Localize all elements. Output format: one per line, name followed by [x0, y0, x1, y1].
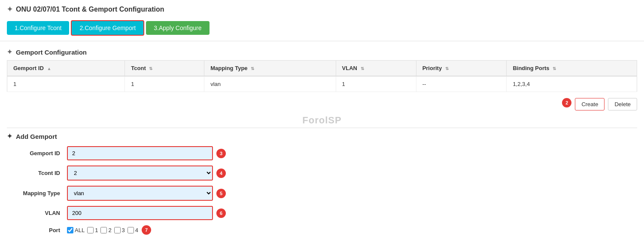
puzzle-icon: ✦: [7, 5, 12, 13]
add-gemport-form: Gemport ID 3 Tcont ID 1 2 3 4 Mapping Ty…: [0, 144, 644, 236]
checkbox-all[interactable]: [67, 227, 73, 233]
col-priority[interactable]: Priority ⇅: [416, 61, 507, 77]
form-row-port: Port ALL 1 2 3 4 7: [7, 225, 637, 235]
label-port: Port: [7, 227, 67, 233]
gemport-table: Gemport ID ▲ Tcont ⇅ Mapping Type ⇅ VLAN…: [7, 60, 637, 92]
table-header-row: Gemport ID ▲ Tcont ⇅ Mapping Type ⇅ VLAN…: [7, 61, 637, 77]
add-section-icon: ✦: [7, 132, 12, 140]
cell-mapping-type: vlan: [204, 76, 336, 92]
form-row-gemport-id: Gemport ID 3: [7, 146, 637, 160]
tcont-id-select[interactable]: 1 2 3: [67, 166, 213, 181]
checkbox-p3-label[interactable]: 3: [114, 227, 125, 233]
checkbox-p2-label[interactable]: 2: [100, 227, 111, 233]
sort-icon-vlan: ⇅: [361, 66, 364, 71]
gemport-config-title: Gemport Configuration: [16, 49, 87, 56]
checkbox-p4-label[interactable]: 4: [128, 227, 138, 233]
cell-binding-ports: 1,2,3,4: [507, 76, 637, 92]
mapping-type-select[interactable]: vlan queue: [67, 186, 213, 201]
col-tcont[interactable]: Tcont ⇅: [125, 61, 204, 77]
checkbox-p4-text: 4: [135, 227, 138, 233]
add-gemport-title: Add Gemport: [16, 133, 57, 140]
table-row: 1 1 vlan 1 -- 1,2,3,4: [7, 76, 637, 92]
checkbox-all-label[interactable]: ALL: [67, 227, 85, 233]
checkbox-p2[interactable]: [100, 227, 107, 233]
delete-button[interactable]: Delete: [608, 98, 637, 110]
sort-icon-tcont: ⇅: [149, 66, 152, 71]
col-gemport-id[interactable]: Gemport ID ▲: [7, 61, 125, 77]
port-checkboxes: ALL 1 2 3 4: [67, 227, 138, 233]
checkbox-p1[interactable]: [87, 227, 94, 233]
label-gemport-id: Gemport ID: [7, 150, 67, 156]
badge-3: 3: [216, 149, 226, 158]
gemport-config-section-header: ✦ Gemport Configuration: [0, 41, 644, 60]
tab-configure-gemport[interactable]: 2.Configure Gemport: [71, 20, 144, 36]
section-icon: ✦: [7, 48, 12, 56]
create-badge: 2: [562, 98, 571, 107]
page-header: ✦ ONU 02/07/01 Tcont & Gemport Configura…: [0, 0, 644, 17]
tab-apply-configure[interactable]: 3.Apply Configure: [146, 21, 209, 35]
gemport-id-input[interactable]: [67, 146, 213, 160]
badge-6: 6: [216, 208, 226, 218]
create-button[interactable]: Create: [575, 98, 605, 110]
badge-5: 5: [216, 189, 226, 198]
col-vlan[interactable]: VLAN ⇅: [336, 61, 416, 77]
checkbox-all-text: ALL: [75, 227, 85, 233]
checkbox-p1-label[interactable]: 1: [87, 227, 98, 233]
label-mapping-type: Mapping Type: [7, 190, 67, 196]
table-actions: 2 Create Delete: [0, 95, 644, 113]
col-binding-ports[interactable]: Binding Ports ⇅: [507, 61, 637, 77]
checkbox-p3-text: 3: [122, 227, 125, 233]
sort-icon-gemport-id: ▲: [47, 66, 51, 71]
page-title: ONU 02/07/01 Tcont & Gemport Configurati…: [16, 6, 164, 13]
wizard-tabs: 1.Configure Tcont 2.Configure Gemport 3.…: [0, 17, 644, 41]
col-mapping-type[interactable]: Mapping Type ⇅: [204, 61, 336, 77]
vlan-input[interactable]: [67, 206, 213, 220]
cell-tcont: 1: [125, 76, 204, 92]
form-row-tcont-id: Tcont ID 1 2 3 4: [7, 166, 637, 181]
checkbox-p1-text: 1: [95, 227, 98, 233]
cell-priority: --: [416, 76, 507, 92]
cell-vlan: 1: [336, 76, 416, 92]
tab-configure-tcont[interactable]: 1.Configure Tcont: [7, 21, 69, 35]
add-gemport-section-header: ✦ Add Gemport: [0, 128, 644, 144]
checkbox-p3[interactable]: [114, 227, 121, 233]
badge-4: 4: [216, 169, 226, 178]
sort-icon-binding-ports: ⇅: [553, 66, 556, 71]
cell-gemport-id: 1: [7, 76, 125, 92]
label-vlan: VLAN: [7, 210, 67, 216]
checkbox-p2-text: 2: [108, 227, 111, 233]
label-tcont-id: Tcont ID: [7, 170, 67, 176]
badge-7: 7: [142, 225, 151, 235]
checkbox-p4[interactable]: [128, 227, 134, 233]
watermark: ForolSP: [0, 113, 644, 128]
gemport-table-container: Gemport ID ▲ Tcont ⇅ Mapping Type ⇅ VLAN…: [0, 60, 644, 92]
sort-icon-priority: ⇅: [445, 66, 449, 71]
form-row-mapping-type: Mapping Type vlan queue 5: [7, 186, 637, 201]
form-row-vlan: VLAN 6: [7, 206, 637, 220]
sort-icon-mapping-type: ⇅: [251, 66, 254, 71]
